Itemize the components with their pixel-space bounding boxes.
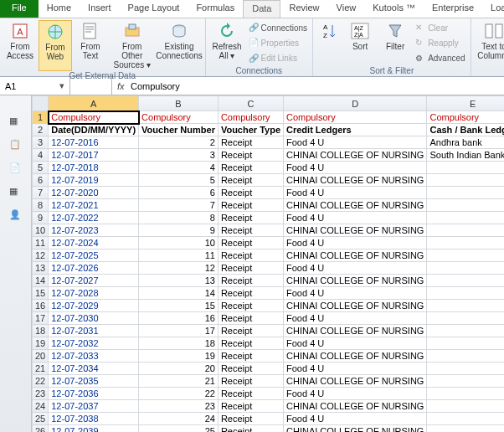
cell[interactable]: 12-07-2026 xyxy=(49,262,139,275)
cell[interactable]: Food 4 U xyxy=(284,312,427,325)
from-text-button[interactable]: From Text xyxy=(74,20,107,71)
col-header-E[interactable]: E xyxy=(427,96,504,111)
row-header[interactable]: 15 xyxy=(33,287,49,300)
fx-icon[interactable]: fx xyxy=(117,81,125,91)
cell[interactable]: Compulsory xyxy=(49,111,139,124)
clear-filter-button[interactable]: ✕Clear xyxy=(415,23,465,33)
cell[interactable]: Receipt xyxy=(218,287,283,300)
cell[interactable]: Compulsory xyxy=(218,111,283,124)
formula-input[interactable] xyxy=(131,81,504,91)
gutter-icon[interactable]: 📋 xyxy=(9,139,23,151)
cell[interactable]: Receipt xyxy=(218,400,283,413)
cell[interactable]: 12-07-2019 xyxy=(49,174,139,187)
cell[interactable]: 12-07-2037 xyxy=(49,400,139,413)
cell[interactable]: Receipt xyxy=(218,174,283,187)
sort-az-button[interactable]: AZ xyxy=(316,20,342,66)
row-header[interactable]: 20 xyxy=(33,350,49,363)
cell[interactable]: Food 4 U xyxy=(284,162,427,174)
cell[interactable] xyxy=(427,388,504,400)
cell[interactable]: 12-07-2025 xyxy=(49,249,139,262)
cell[interactable]: Receipt xyxy=(218,337,283,350)
select-all-corner[interactable] xyxy=(33,96,49,111)
cell[interactable] xyxy=(427,413,504,425)
cell[interactable]: Receipt xyxy=(218,325,283,337)
cell[interactable]: CHINAI COLLEGE OF NURSING xyxy=(284,325,427,337)
cell[interactable]: 15 xyxy=(139,300,219,312)
cell[interactable]: Food 4 U xyxy=(284,388,427,400)
cell[interactable]: 12-07-2038 xyxy=(49,413,139,425)
gutter-icon[interactable]: 👤 xyxy=(9,209,23,221)
cell[interactable] xyxy=(427,249,504,262)
cell[interactable]: Receipt xyxy=(218,275,283,287)
sort-button[interactable]: A|ZZ|A Sort xyxy=(343,20,377,66)
cell[interactable]: 5 xyxy=(139,174,219,187)
cell[interactable]: 12-07-2036 xyxy=(49,388,139,400)
cell[interactable]: CHINAI COLLEGE OF NURSING xyxy=(284,425,427,433)
cell[interactable]: 12 xyxy=(139,262,219,275)
row-header[interactable]: 26 xyxy=(33,425,49,433)
cell[interactable]: CHINAI COLLEGE OF NURSING xyxy=(284,400,427,413)
row-header[interactable]: 13 xyxy=(33,262,49,275)
cell[interactable]: 12-07-2024 xyxy=(49,237,139,249)
row-header[interactable]: 10 xyxy=(33,224,49,237)
cell[interactable]: 9 xyxy=(139,224,219,237)
cell[interactable]: 16 xyxy=(139,312,219,325)
gutter-icon[interactable]: ▦ xyxy=(9,116,23,127)
filter-button[interactable]: Filter xyxy=(378,20,412,66)
cell[interactable]: Date(DD/MM/YYYY) xyxy=(49,124,139,136)
cell[interactable]: Voucher Number xyxy=(139,124,219,136)
cell[interactable] xyxy=(427,425,504,433)
cell[interactable]: Food 4 U xyxy=(284,237,427,249)
cell[interactable]: Receipt xyxy=(218,187,283,199)
row-header[interactable]: 25 xyxy=(33,413,49,425)
cell[interactable]: Compulsory xyxy=(427,111,504,124)
row-header[interactable]: 9 xyxy=(33,212,49,224)
cell[interactable] xyxy=(427,400,504,413)
cell[interactable]: Receipt xyxy=(218,350,283,363)
cell[interactable]: 12-07-2033 xyxy=(49,350,139,363)
row-header[interactable]: 2 xyxy=(33,124,49,136)
cell[interactable]: Receipt xyxy=(218,413,283,425)
cell[interactable]: 22 xyxy=(139,388,219,400)
row-header[interactable]: 5 xyxy=(33,162,49,174)
gutter-icon[interactable]: 📄 xyxy=(9,162,23,174)
cell[interactable]: CHINAI COLLEGE OF NURSING xyxy=(284,275,427,287)
cell[interactable] xyxy=(427,287,504,300)
cell[interactable]: 12-07-2022 xyxy=(49,212,139,224)
cell[interactable]: Food 4 U xyxy=(284,413,427,425)
cell[interactable]: Food 4 U xyxy=(284,212,427,224)
cell[interactable]: 12-07-2027 xyxy=(49,275,139,287)
cell[interactable]: Receipt xyxy=(218,363,283,375)
cell[interactable]: Receipt xyxy=(218,149,283,162)
cell[interactable]: 21 xyxy=(139,375,219,388)
row-header[interactable]: 7 xyxy=(33,187,49,199)
cell[interactable]: 12-07-2031 xyxy=(49,325,139,337)
cell[interactable]: 4 xyxy=(139,162,219,174)
col-header-D[interactable]: D xyxy=(284,96,427,111)
cell[interactable]: 6 xyxy=(139,187,219,199)
cell[interactable] xyxy=(427,300,504,312)
cell[interactable]: 14 xyxy=(139,287,219,300)
row-header[interactable]: 14 xyxy=(33,275,49,287)
cell[interactable]: 10 xyxy=(139,237,219,249)
spreadsheet-grid[interactable]: A B C D E F 1CompulsoryCompulsoryCompuls… xyxy=(32,95,504,432)
cell[interactable]: Receipt xyxy=(218,162,283,174)
cell[interactable] xyxy=(427,162,504,174)
cell[interactable]: 12-07-2035 xyxy=(49,375,139,388)
from-web-button[interactable]: From Web xyxy=(39,20,72,71)
cell[interactable]: 23 xyxy=(139,400,219,413)
cell[interactable]: 13 xyxy=(139,275,219,287)
cell[interactable]: Compulsory xyxy=(139,111,219,124)
cell[interactable] xyxy=(427,224,504,237)
cell[interactable]: 19 xyxy=(139,350,219,363)
cell[interactable] xyxy=(427,212,504,224)
row-header[interactable]: 3 xyxy=(33,136,49,149)
gutter-icon[interactable]: ▦ xyxy=(9,186,23,198)
cell[interactable] xyxy=(427,312,504,325)
tab-enterprise[interactable]: Enterprise xyxy=(424,0,482,18)
cell[interactable]: 18 xyxy=(139,337,219,350)
cell[interactable]: South Indian Bank xyxy=(427,149,504,162)
cell[interactable]: Andhra bank xyxy=(427,136,504,149)
cell[interactable]: 25 xyxy=(139,425,219,433)
cell[interactable]: 12-07-2021 xyxy=(49,199,139,212)
